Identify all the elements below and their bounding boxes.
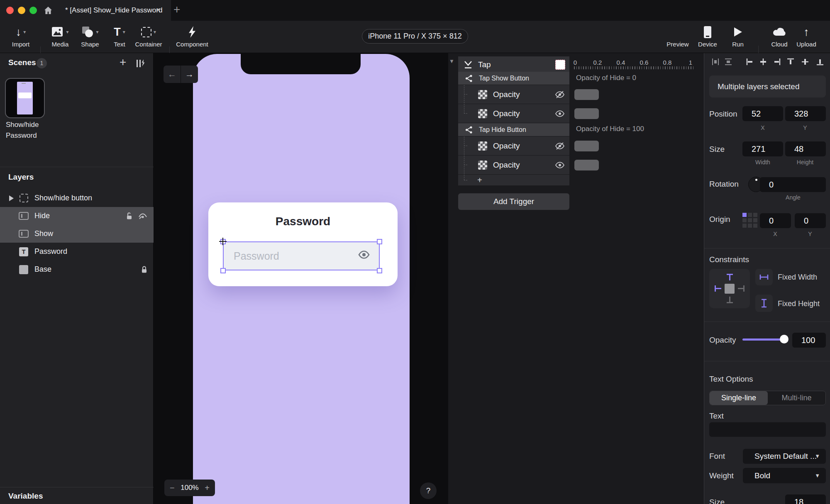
response-row-opacity[interactable]: Opacity (458, 104, 569, 123)
align-top-icon[interactable] (786, 57, 795, 66)
add-scene-button[interactable]: + (120, 56, 126, 69)
undo-back-button[interactable]: ← (164, 66, 181, 83)
eye-hidden-icon[interactable] (138, 212, 148, 220)
rotation-angle-input[interactable]: 0 (760, 177, 826, 192)
pin-bottom-icon[interactable] (727, 302, 733, 303)
variables-bar[interactable]: Variables (0, 487, 154, 504)
font-size-input[interactable]: 18 (785, 494, 826, 504)
rotation-label: Rotation (709, 180, 739, 189)
zoom-level[interactable]: 100% (181, 484, 198, 492)
position-x-input[interactable]: 52 (742, 106, 783, 121)
single-line-tab[interactable]: Single-line (710, 391, 768, 405)
align-center-horizontal-icon[interactable] (759, 57, 768, 66)
window-close-button[interactable] (6, 7, 14, 14)
origin-y-input[interactable]: 0 (795, 213, 826, 228)
media-icon (51, 27, 64, 37)
fixed-width-button[interactable] (755, 269, 773, 285)
run-button[interactable]: Run (715, 24, 761, 48)
distribute-horizontal-icon[interactable] (711, 57, 720, 66)
y-label: Y (808, 231, 812, 237)
size-height-input[interactable]: 48 (785, 141, 826, 156)
lock-icon[interactable] (141, 265, 148, 273)
tree-line (464, 180, 467, 180)
fixed-height-button[interactable] (755, 295, 773, 312)
unlock-icon[interactable] (126, 212, 133, 220)
layer-row-base[interactable]: Base (0, 261, 154, 278)
position-y-input[interactable]: 328 (785, 106, 826, 121)
timeline-bar[interactable] (574, 160, 599, 170)
properties-panel: Multiple layers selected Position 52 328… (704, 53, 830, 504)
opacity-slider-thumb[interactable] (780, 335, 788, 343)
pin-left-icon[interactable] (716, 288, 721, 289)
component-tool[interactable]: Component (169, 24, 215, 48)
chevron-down-icon: ▾ (123, 29, 125, 35)
align-right-icon[interactable] (772, 57, 781, 66)
selection-handle[interactable] (377, 239, 382, 244)
constraints-widget[interactable] (709, 269, 750, 308)
selection-rect[interactable] (223, 241, 380, 270)
opacity-value-input[interactable]: 100 (792, 333, 826, 348)
add-response-row[interactable]: + (458, 175, 569, 185)
canvas[interactable]: ← → Password Password − 100% + ? (154, 53, 448, 504)
layer-row-password[interactable]: T Password (0, 243, 154, 261)
rect-layer-icon (19, 265, 29, 274)
home-icon[interactable] (43, 5, 53, 15)
tab-close-icon[interactable]: × (156, 0, 161, 21)
origin-grid-icon[interactable] (742, 213, 758, 228)
response-row-opacity[interactable]: Opacity (458, 85, 569, 104)
response-row-opacity[interactable]: Opacity (458, 136, 569, 155)
window-zoom-button[interactable] (29, 7, 37, 14)
eye-off-icon[interactable] (554, 90, 565, 99)
align-left-icon[interactable] (745, 57, 754, 66)
trigger-row-tap[interactable]: Tap (458, 56, 569, 73)
scene-name[interactable]: Show/hide Password (6, 119, 64, 141)
pin-right-icon[interactable] (738, 288, 743, 289)
layer-row-show-hide-button[interactable]: Show/hide button (0, 189, 154, 207)
expand-triangle-icon[interactable] (9, 195, 14, 201)
collapse-panel-icon[interactable]: ▼ (449, 58, 454, 64)
eye-icon[interactable] (554, 161, 565, 169)
timeline-bar[interactable] (574, 108, 599, 119)
redo-forward-button[interactable]: → (181, 66, 198, 83)
pin-right-icon[interactable] (743, 285, 745, 292)
event-row-tap-hide-button[interactable]: Tap Hide Button (458, 123, 569, 136)
pin-top-icon[interactable] (729, 275, 730, 280)
layer-row-show[interactable]: Show (0, 225, 154, 243)
opacity-response-icon (478, 90, 487, 99)
add-trigger-button[interactable]: Add Trigger (458, 193, 569, 210)
window-minimize-button[interactable] (18, 7, 25, 14)
timeline-ruler[interactable] (574, 66, 695, 69)
device-selector[interactable]: iPhone 11 Pro / X 375 × 812 (362, 29, 468, 44)
upload-button[interactable]: ↑ Upload (784, 24, 829, 48)
size-width-input[interactable]: 271 (742, 141, 783, 156)
multi-line-tab[interactable]: Multi-line (768, 391, 825, 405)
align-bottom-icon[interactable] (815, 57, 825, 66)
layer-row-hide[interactable]: Hide (0, 207, 154, 225)
event-icon (465, 126, 474, 134)
pin-bottom-icon[interactable] (729, 297, 730, 302)
trigger-color-swatch[interactable] (555, 60, 565, 70)
zoom-in-button[interactable]: + (205, 483, 210, 493)
event-row-tap-show-button[interactable]: Tap Show Button (458, 72, 569, 85)
response-row-opacity[interactable]: Opacity (458, 156, 569, 174)
help-button[interactable]: ? (420, 482, 437, 499)
eye-off-icon[interactable] (554, 142, 565, 150)
distribute-vertical-icon[interactable] (724, 57, 733, 66)
font-dropdown[interactable]: System Default ... ▼ (743, 449, 826, 464)
text-value-input[interactable] (709, 422, 826, 437)
container-tool[interactable]: ▾ Container (126, 24, 171, 48)
scene-thumbnail[interactable] (5, 78, 45, 118)
selection-handle[interactable] (377, 268, 382, 273)
origin-x-input[interactable]: 0 (760, 213, 791, 228)
weight-dropdown[interactable]: Bold ▼ (743, 468, 826, 483)
tab-title[interactable]: * [Asset] Show_Hide Password (65, 0, 162, 21)
timeline-bar[interactable] (574, 141, 599, 151)
variables-title: Variables (8, 492, 43, 501)
selection-handle[interactable] (220, 268, 226, 273)
new-tab-button[interactable]: + (173, 0, 180, 21)
zoom-out-button[interactable]: − (170, 483, 175, 493)
scene-panel-icon[interactable] (135, 58, 146, 69)
timeline-bar[interactable] (574, 89, 599, 100)
align-middle-vertical-icon[interactable] (801, 57, 810, 66)
eye-icon[interactable] (554, 110, 565, 118)
